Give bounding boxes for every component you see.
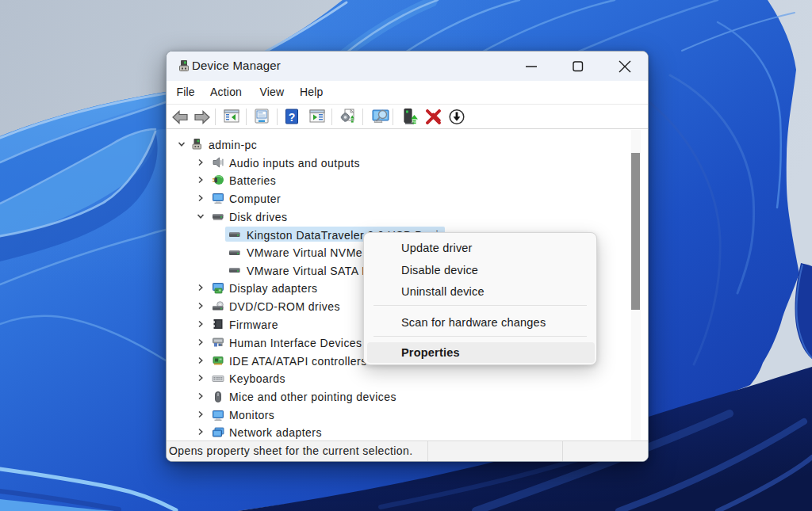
svg-text:?: ? [289, 111, 296, 124]
